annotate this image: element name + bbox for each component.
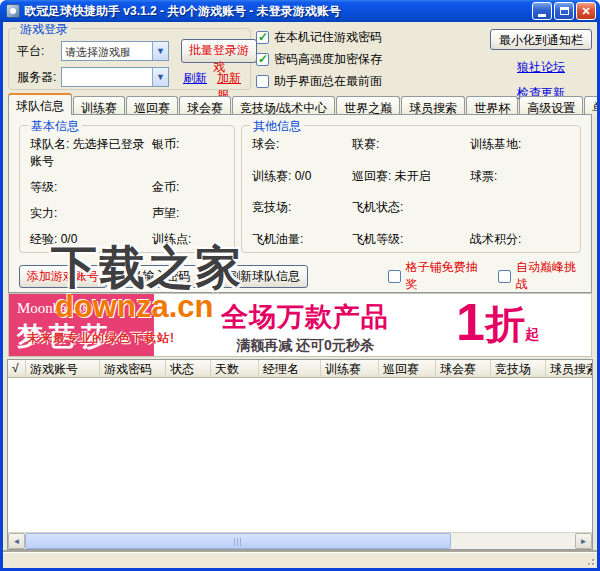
info-row: 等级: 金币: <box>30 179 226 196</box>
info-row: 实力: 声望: <box>30 205 226 222</box>
batch-login-button[interactable]: 批量登录游戏 <box>181 39 257 63</box>
ad-banner[interactable]: Moonbasa® 梦芭莎 全场万款产品 满额再减 还可0元秒杀 1 折 起 <box>8 293 592 357</box>
maximize-icon <box>560 7 569 15</box>
scroll-right-button[interactable]: ► <box>575 533 592 549</box>
horizontal-scrollbar[interactable]: ◄ ► <box>8 532 592 549</box>
checkbox-grid-lottery[interactable]: 格子铺免费抽奖 <box>388 259 484 293</box>
platform-value: 请选择游戏服 <box>62 42 152 60</box>
column-header-password[interactable]: 游戏密码 <box>100 360 166 378</box>
resize-grip[interactable] <box>583 554 595 566</box>
arena-field: 竞技场: <box>252 199 352 216</box>
chevron-down-icon[interactable]: ▼ <box>152 42 168 60</box>
add-account-button[interactable]: 添加游戏账号 <box>19 265 107 288</box>
app-window: 欧冠足球快捷助手 v3.1.2 - 共0个游戏账号 - 未登录游戏账号 ✕ 游戏… <box>0 0 600 571</box>
tab-tour-match[interactable]: 巡回赛 <box>126 96 178 115</box>
checkbox-icon <box>498 270 511 283</box>
tactics-points-field: 战术积分: <box>470 231 572 248</box>
banner-subline: 满额再减 还可0元秒杀 <box>154 337 456 355</box>
tab-training-match[interactable]: 训练赛 <box>73 96 125 115</box>
tab-world-top[interactable]: 世界之巅 <box>336 96 400 115</box>
login-group-title: 游戏登录 <box>17 22 71 38</box>
platform-row: 平台: 请选择游戏服 ▼ <box>17 41 169 61</box>
scroll-left-button[interactable]: ◄ <box>8 533 25 549</box>
tab-advanced-settings[interactable]: 高级设置 <box>519 96 583 115</box>
tickets-field: 球票: <box>470 168 572 185</box>
column-header-check[interactable]: √ <box>8 360 26 378</box>
silver-field: 银币: <box>152 136 226 170</box>
basic-info-rows: 球队名: 先选择已登录账号 银币: 等级: 金币: 实力: 声望: 经验: 0/… <box>30 136 226 248</box>
checkbox-always-on-top[interactable]: 助手界面总在最前面 <box>256 73 382 90</box>
training-match-field: 训练赛: 0/0 <box>252 168 352 185</box>
plane-fuel-field: 飞机油量: <box>252 231 352 248</box>
team-name-field: 球队名: 先选择已登录账号 <box>30 136 152 170</box>
scrollbar-thumb[interactable] <box>25 533 451 549</box>
tab-team-info[interactable]: 球队信息 <box>8 93 72 115</box>
checkbox-auto-peak-challenge[interactable]: 自动巅峰挑战 <box>498 259 583 293</box>
refresh-team-info-button[interactable]: 刷新球队信息 <box>220 265 308 288</box>
discount-unit: 折 <box>485 304 525 344</box>
training-base-field: 训练基地: <box>470 136 572 153</box>
checkbox-remember-password[interactable]: 在本机记住游戏密码 <box>256 29 382 46</box>
accounts-table-body[interactable] <box>8 378 592 532</box>
basic-info-groupbox: 基本信息 球队名: 先选择已登录账号 银币: 等级: 金币: 实力: 声望: <box>19 125 235 253</box>
discount-suffix: 起 <box>525 326 539 344</box>
tab-single-account[interactable]: 单账号功能 <box>584 96 597 115</box>
column-header-account[interactable]: 游戏账号 <box>26 360 100 378</box>
close-icon: ✕ <box>581 5 590 18</box>
tab-arena-tactics[interactable]: 竞技场/战术中心 <box>232 96 335 115</box>
column-header-tour[interactable]: 巡回赛 <box>379 360 436 378</box>
column-header-player-search[interactable]: 球员搜索 <box>546 360 592 378</box>
checkbox-label: 在本机记住游戏密码 <box>274 29 382 46</box>
basic-info-title: 基本信息 <box>28 118 82 135</box>
info-row: 球会: 联赛: 训练基地: <box>252 136 572 153</box>
club-field: 球会: <box>252 136 352 153</box>
banner-discount: 1 折 起 <box>456 300 591 350</box>
tab-world-cup[interactable]: 世界杯 <box>466 96 518 115</box>
training-points-field: 训练点: <box>152 231 226 248</box>
empty-field <box>470 199 572 216</box>
quick-actions: 最小化到通知栏 狼社论坛 检查更新 <box>490 29 592 102</box>
login-options: 在本机记住游戏密码 密码高强度加密保存 助手界面总在最前面 <box>256 29 382 90</box>
column-header-training[interactable]: 训练赛 <box>321 360 379 378</box>
team-action-row: 添加游戏账号 批量输入密码 刷新球队信息 格子铺免费抽奖 自动巅峰挑战 <box>19 259 583 293</box>
status-bar <box>3 552 597 568</box>
level-field: 等级: <box>30 179 152 196</box>
batch-password-button[interactable]: 批量输入密码 <box>111 265 199 288</box>
column-header-club[interactable]: 球会赛 <box>436 360 491 378</box>
minimize-to-tray-button[interactable]: 最小化到通知栏 <box>490 29 592 50</box>
checkbox-label: 密码高强度加密保存 <box>274 51 382 68</box>
tab-strip: 球队信息 训练赛 巡回赛 球会赛 竞技场/战术中心 世界之巅 球员搜索 世界杯 … <box>8 93 592 115</box>
column-header-status[interactable]: 状态 <box>166 360 211 378</box>
client-area: 游戏登录 平台: 请选择游戏服 ▼ 服务器: ▼ 批量登录游戏 刷新 加新服 <box>3 22 597 568</box>
close-button[interactable]: ✕ <box>576 2 596 20</box>
tab-player-search[interactable]: 球员搜索 <box>401 96 465 115</box>
other-info-title: 其他信息 <box>250 118 304 135</box>
forum-link[interactable]: 狼社论坛 <box>490 59 592 76</box>
chevron-down-icon[interactable]: ▼ <box>152 68 168 86</box>
accounts-table: √ 游戏账号 游戏密码 状态 天数 经理名 训练赛 巡回赛 球会赛 竞技场 球员… <box>7 359 593 550</box>
reputation-field: 声望: <box>152 205 226 222</box>
platform-select[interactable]: 请选择游戏服 ▼ <box>61 41 169 61</box>
column-header-arena[interactable]: 竞技场 <box>491 360 546 378</box>
checkbox-label: 助手界面总在最前面 <box>274 73 382 90</box>
title-bar[interactable]: 欧冠足球快捷助手 v3.1.2 - 共0个游戏账号 - 未登录游戏账号 ✕ <box>0 0 600 22</box>
tour-match-field: 巡回赛: 未开启 <box>352 168 470 185</box>
app-icon <box>6 4 20 18</box>
checkbox-icon <box>388 270 401 283</box>
server-value <box>62 68 152 86</box>
minimize-button[interactable] <box>532 2 552 20</box>
scroll-left-icon: ◄ <box>13 537 21 546</box>
brand-name-en: Moonbasa® <box>17 300 146 317</box>
plane-status-field: 飞机状态: <box>352 199 470 216</box>
tab-club-match[interactable]: 球会赛 <box>179 96 231 115</box>
experience-field: 经验: 0/0 <box>30 231 152 248</box>
refresh-link[interactable]: 刷新 <box>183 70 207 87</box>
banner-brand-block: Moonbasa® 梦芭莎 <box>9 294 154 356</box>
column-header-days[interactable]: 天数 <box>211 360 259 378</box>
login-groupbox: 游戏登录 平台: 请选择游戏服 ▼ 服务器: ▼ 批量登录游戏 刷新 加新服 <box>8 28 251 90</box>
column-header-manager[interactable]: 经理名 <box>259 360 321 378</box>
maximize-button[interactable] <box>554 2 574 20</box>
checkbox-encrypt-password[interactable]: 密码高强度加密保存 <box>256 51 382 68</box>
checkbox-icon <box>256 75 269 88</box>
server-select[interactable]: ▼ <box>61 67 169 87</box>
